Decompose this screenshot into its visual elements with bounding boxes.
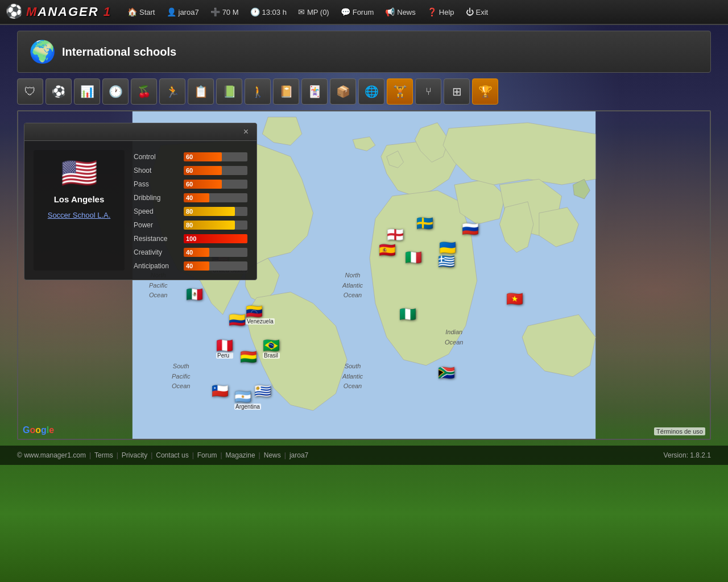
marker-southafrica[interactable]: 🇿🇦 [438,366,455,380]
user-icon: 👤 [167,7,176,16]
forum-icon: 💬 [341,7,350,16]
nav-help[interactable]: ❓Help [423,5,459,19]
toolbar-shield[interactable]: 🛡 [17,78,43,105]
stat-bar: 60 [184,152,222,161]
marker-italy[interactable]: 🇮🇹 [405,251,422,264]
stat-label: Creativity [134,248,179,256]
toolbar-field2[interactable]: 📗 [216,78,242,105]
nav-items: 🏠Start 👤jaroa7 ➕70 M 🕐13:03 h ✉MP (0) 💬F… [123,5,722,19]
nav-news[interactable]: 📢News [380,5,420,19]
toolbar-cards[interactable]: 🃏 [301,78,328,105]
toolbar-cherry[interactable]: 🍒 [131,78,157,105]
stat-bar-container: 40 [184,261,247,271]
stat-label: Anticipation [134,262,179,270]
nav-exit[interactable]: ⏻Exit [461,5,493,19]
toolbar-globe[interactable]: 🌐 [358,78,384,105]
stat-bar: 60 [184,166,222,175]
toolbar-person[interactable]: 🏋 [387,78,413,105]
nav-forum[interactable]: 💬Forum [336,5,379,19]
popup-header: × [24,123,257,141]
marker-russia[interactable]: 🇷🇺 [462,222,479,236]
footer-terms[interactable]: Terms [94,451,113,459]
stat-bar: 40 [184,261,209,271]
stat-bar-container: 60 [184,152,247,161]
google-logo: Google [23,425,54,435]
header-panel: 🌍 International schools [17,31,711,73]
logo-text: Manager 1 [26,5,111,19]
marker-greece[interactable]: 🇬🇷 [438,255,455,268]
home-icon: 🏠 [127,7,137,16]
nav-time[interactable]: 🕐13:03 h [246,5,291,19]
help-icon: ❓ [427,7,437,16]
stat-row-speed: Speed80 [134,207,247,216]
stat-bar-container: 80 [184,207,247,216]
footer-news[interactable]: News [264,451,281,459]
popup-school-link[interactable]: Soccer School L.A. [48,211,111,219]
footer-privacity[interactable]: Privacity [122,451,147,459]
plus-icon: ➕ [210,7,220,16]
marker-spain[interactable]: 🇪🇸 [379,243,396,257]
toolbar-ball[interactable]: ⚽ [46,78,72,105]
marker-brazil[interactable]: 🇧🇷 Brasil [263,339,280,359]
toolbar-fork[interactable]: ⑂ [415,78,441,105]
marker-england[interactable]: 🏴󠁧󠁢󠁥󠁮󠁧󠁿 [387,228,404,242]
marker-ukraine[interactable]: 🇺🇦 [439,241,456,255]
footer: © www.manager1.com | Terms | Privacity |… [0,446,728,465]
toolbar-grid[interactable]: ⊞ [444,78,470,105]
toolbar-clock[interactable]: 🕐 [102,78,129,105]
popup-stats: Control60Shoot60Pass60Dribbling40Speed80… [134,150,247,271]
map-container: NorthPacificOcean NorthAtlanticOcean Sou… [17,110,711,440]
nav-user[interactable]: 👤jaroa7 [162,5,204,19]
stat-bar-container: 40 [184,248,247,257]
marker-colombia[interactable]: 🇨🇴 [229,313,246,327]
logo[interactable]: ⚽ Manager 1 [6,3,111,20]
popup-close-button[interactable]: × [241,127,251,137]
toolbar-chart[interactable]: 📊 [74,78,100,105]
stat-row-shoot: Shoot60 [134,166,247,175]
stat-row-dribbling: Dribbling40 [134,193,247,202]
footer-copyright: © www.manager1.com [17,451,86,459]
footer-forum[interactable]: Forum [197,451,217,459]
popup-body: 🇺🇸 Los Angeles Soccer School L.A. Contro… [24,141,257,280]
toolbar-book[interactable]: 📔 [273,78,299,105]
marker-uruguay[interactable]: 🇺🇾 [254,384,271,398]
marker-nigeria[interactable]: 🇳🇬 [399,307,416,321]
popup-city: Los Angeles [54,194,105,204]
toolbar-player2[interactable]: 🚶 [245,78,271,105]
marker-chile[interactable]: 🇨🇱 [212,384,229,398]
stat-row-creativity: Creativity40 [134,248,247,257]
popup-flag: 🇺🇸 [61,158,98,188]
stat-bar: 60 [184,180,222,189]
nav-money[interactable]: ➕70 M [206,5,243,19]
stat-label: Shoot [134,167,179,174]
stat-bar-container: 60 [184,166,247,175]
stat-label: Pass [134,180,179,188]
stat-bar-container: 40 [184,193,247,202]
marker-bolivia[interactable]: 🇧🇴 [240,350,257,364]
footer-contact[interactable]: Contact us [156,451,188,459]
stat-label: Power [134,221,179,229]
toolbar-field1[interactable]: 📋 [188,78,214,105]
marker-venezuela[interactable]: 🇻🇪 Venezuela [246,305,275,325]
marker-peru[interactable]: 🇵🇪 Peru [216,339,233,359]
nav-mp[interactable]: ✉MP (0) [293,5,334,19]
marker-vietnam[interactable]: 🇻🇳 [506,292,523,306]
toolbar-trophy[interactable]: 🏆 [472,78,498,105]
popup-left-panel: 🇺🇸 Los Angeles Soccer School L.A. [34,150,125,271]
nav-start[interactable]: 🏠Start [123,5,159,19]
marker-sweden[interactable]: 🇸🇪 [416,217,433,230]
main-content: 🌍 International schools 🛡 ⚽ 📊 🕐 🍒 🏃 📋 📗 … [17,31,711,440]
footer-magazine[interactable]: Magazine [226,451,255,459]
stat-label: Speed [134,207,179,215]
marker-mexico[interactable]: 🇲🇽 [186,288,203,301]
page-title: International schools [62,45,176,59]
stat-bar-container: 60 [184,180,247,189]
top-navigation: ⚽ Manager 1 🏠Start 👤jaroa7 ➕70 M 🕐13:03 … [0,0,728,25]
toolbar-box[interactable]: 📦 [330,78,356,105]
terms-uso[interactable]: Términos de uso [654,427,705,435]
stat-bar: 100 [184,234,247,243]
mail-icon: ✉ [298,7,305,16]
stat-row-pass: Pass60 [134,180,247,189]
footer-user[interactable]: jaroa7 [289,451,308,459]
toolbar-player[interactable]: 🏃 [159,78,185,105]
